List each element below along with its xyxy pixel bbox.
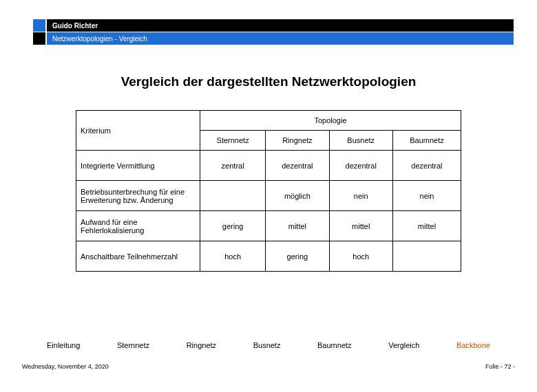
table-row: Aufwand für eine Fehlerlokalisierung ger… [76, 211, 461, 241]
row-label: Anschaltbare Teilnehmerzahl [76, 241, 200, 272]
cell: hoch [329, 241, 392, 272]
author-band: Guido Richter [47, 19, 514, 32]
col-busnetz: Busnetz [329, 131, 392, 151]
col-ringnetz: Ringnetz [266, 131, 329, 151]
nav-backbone[interactable]: Backbone [456, 341, 490, 349]
nav-sternnetz[interactable]: Sternnetz [117, 341, 149, 349]
subtitle-band: Netzwerktopologien - Vergleich [47, 32, 514, 45]
header-bands: Guido Richter Netzwerktopologien - Vergl… [19, 19, 518, 54]
col-sternnetz: Sternnetz [200, 131, 266, 151]
table-row: Betriebsunterbrechung für eine Erweiteru… [76, 181, 461, 211]
author-name: Guido Richter [52, 22, 98, 30]
col-baumnetz: Baumnetz [392, 131, 461, 151]
row-label: Betriebsunterbrechung für eine Erweiteru… [76, 181, 200, 211]
bottom-nav: Einleitung Sternnetz Ringnetz Busnetz Ba… [19, 341, 518, 349]
nav-vergleich[interactable]: Vergleich [388, 341, 419, 349]
cell [392, 241, 461, 272]
accent-square-black [33, 32, 45, 45]
cell: nein [392, 181, 461, 211]
topology-header: Topologie [200, 111, 461, 131]
comparison-table: Kriterium Topologie Sternnetz Ringnetz B… [76, 110, 461, 272]
cell [200, 181, 266, 211]
cell: mittel [329, 211, 392, 241]
footer: Wednesday, November 4, 2020 Folie - 72 - [19, 363, 518, 370]
comparison-table-wrap: Kriterium Topologie Sternnetz Ringnetz B… [76, 110, 461, 272]
nav-einleitung[interactable]: Einleitung [47, 341, 80, 349]
nav-busnetz[interactable]: Busnetz [253, 341, 281, 349]
cell: dezentral [329, 151, 392, 181]
cell: nein [329, 181, 392, 211]
row-label: Aufwand für eine Fehlerlokalisierung [76, 211, 200, 241]
row-label: Integrierte Vermittlung [76, 151, 200, 181]
cell: zentral [200, 151, 266, 181]
nav-ringnetz[interactable]: Ringnetz [187, 341, 216, 349]
cell: dezentral [392, 151, 461, 181]
accent-square-blue [33, 19, 45, 32]
subtitle-text: Netzwerktopologien - Vergleich [52, 35, 147, 43]
page-title: Vergleich der dargestellten Netzwerktopo… [19, 74, 518, 89]
cell: mittel [392, 211, 461, 241]
footer-page: Folie - 72 - [485, 363, 515, 370]
criterion-header: Kriterium [76, 111, 200, 151]
slide: Guido Richter Netzwerktopologien - Vergl… [19, 19, 518, 373]
cell: hoch [200, 241, 266, 272]
cell: möglich [266, 181, 329, 211]
table-row: Integrierte Vermittlung zentral dezentra… [76, 151, 461, 181]
cell: mittel [266, 211, 329, 241]
table-row: Anschaltbare Teilnehmerzahl hoch gering … [76, 241, 461, 272]
cell: dezentral [266, 151, 329, 181]
footer-date: Wednesday, November 4, 2020 [22, 363, 109, 370]
cell: gering [266, 241, 329, 272]
nav-baumnetz[interactable]: Baumnetz [317, 341, 352, 349]
cell: gering [200, 211, 266, 241]
